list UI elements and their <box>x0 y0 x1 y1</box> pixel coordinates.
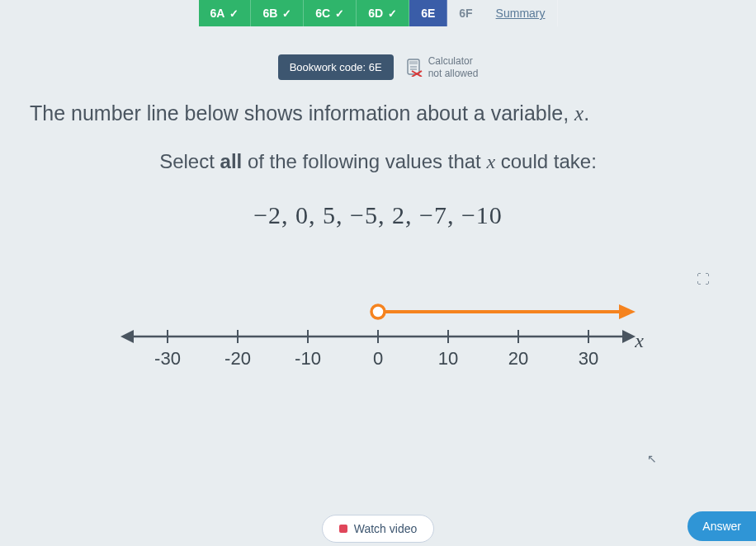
tick-label: 0 <box>357 348 399 369</box>
calc-line1: Calculator <box>428 55 473 67</box>
svg-marker-8 <box>622 330 636 343</box>
question-line-1: The number line below shows information … <box>30 101 726 125</box>
tab-6a[interactable]: 6A✓ <box>199 0 252 26</box>
check-icon: ✓ <box>388 7 397 20</box>
tick-label: 10 <box>428 348 469 369</box>
q-text: could take: <box>495 150 597 172</box>
svg-marker-7 <box>120 330 134 343</box>
answer-button[interactable]: Answer <box>687 511 756 541</box>
svg-point-18 <box>371 305 385 318</box>
number-line: -30 -20 -10 0 10 20 30 x <box>114 287 642 386</box>
tab-6e[interactable]: 6E <box>409 0 447 26</box>
watch-label: Watch video <box>354 522 418 535</box>
check-icon: ✓ <box>335 7 344 20</box>
check-icon: ✓ <box>282 7 291 20</box>
tab-6d[interactable]: 6D✓ <box>357 0 409 26</box>
tick-label: 20 <box>498 348 539 369</box>
tab-6f[interactable]: 6F <box>447 0 484 26</box>
number-line-svg <box>114 287 642 386</box>
tab-6c[interactable]: 6C✓ <box>304 0 357 26</box>
tab-label: 6F <box>459 7 472 20</box>
tab-label: 6B <box>262 7 277 20</box>
q-text: Select <box>159 150 220 172</box>
bottom-bar: Watch video <box>0 515 756 543</box>
bookwork-code: Bookwork code: 6E <box>278 54 394 80</box>
q-text: The number line below shows information … <box>30 101 574 125</box>
tick-label: 30 <box>568 348 609 369</box>
question-area: The number line below shows information … <box>0 80 756 173</box>
watch-video-button[interactable]: Watch video <box>322 515 435 543</box>
svg-rect-1 <box>409 61 418 64</box>
variable-x: x <box>574 102 584 125</box>
q-text: of the following values that <box>242 150 486 172</box>
fullscreen-icon[interactable]: ⛶ <box>697 272 710 287</box>
progress-tabs: 6A✓ 6B✓ 6C✓ 6D✓ 6E 6F Summary <box>0 0 756 26</box>
svg-marker-17 <box>619 304 636 319</box>
sub-header: Bookwork code: 6E Calculator not allowed <box>0 54 756 80</box>
tab-label: Summary <box>496 7 546 20</box>
axis-variable: x <box>635 330 644 352</box>
answer-label: Answer <box>702 520 741 533</box>
calculator-icon <box>407 59 423 77</box>
calculator-text: Calculator not allowed <box>428 55 479 79</box>
question-line-2: Select all of the following values that … <box>30 150 726 173</box>
candidate-values[interactable]: −2, 0, 5, −5, 2, −7, −10 <box>0 201 756 229</box>
video-icon <box>339 525 347 533</box>
check-icon: ✓ <box>229 7 239 20</box>
calculator-status: Calculator not allowed <box>407 55 479 79</box>
variable-x: x <box>486 151 495 172</box>
tab-label: 6E <box>421 7 435 20</box>
q-text: . <box>584 101 589 125</box>
tab-summary[interactable]: Summary <box>484 0 558 26</box>
tick-label: -20 <box>217 348 258 369</box>
tab-label: 6D <box>368 7 383 20</box>
tab-label: 6A <box>210 7 225 20</box>
cursor-icon: ↖ <box>647 452 657 465</box>
tick-label: -10 <box>287 348 328 369</box>
calc-line2: not allowed <box>428 68 479 79</box>
tab-label: 6C <box>315 7 330 20</box>
q-bold: all <box>220 150 243 172</box>
tick-label: -30 <box>147 348 188 369</box>
tab-6b[interactable]: 6B✓ <box>251 0 304 26</box>
